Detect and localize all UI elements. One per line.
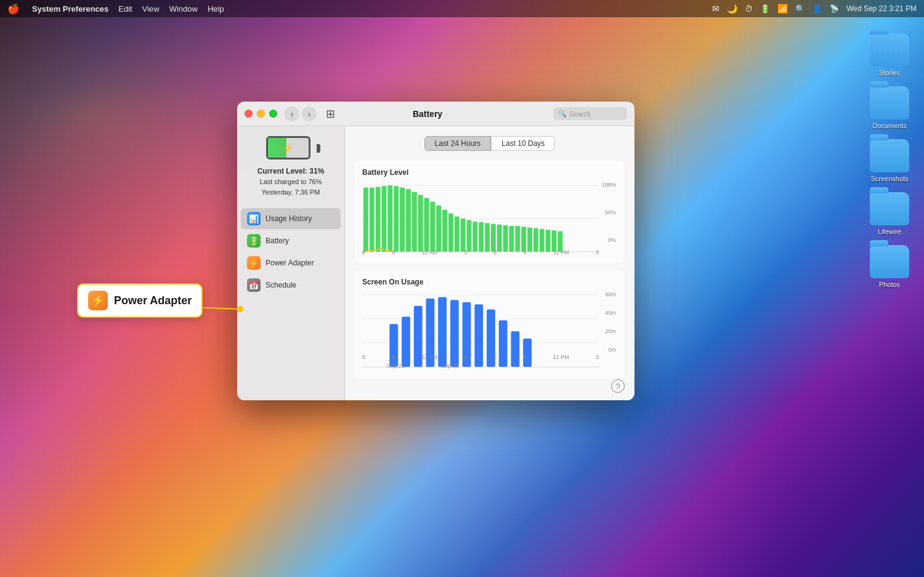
sidebar-item-power-adapter[interactable]: ⚡ Power Adapter: [237, 252, 344, 273]
schedule-label: Schedule: [265, 281, 296, 289]
menu-help[interactable]: Help: [208, 4, 224, 14]
search-icon[interactable]: 🔍: [795, 4, 805, 14]
search-box[interactable]: 🔍 Search: [553, 107, 627, 120]
svg-rect-29: [521, 227, 526, 252]
folder-lifewire[interactable]: Lifewire: [867, 190, 912, 238]
svg-rect-33: [546, 230, 551, 252]
window-title: Battery: [302, 109, 553, 119]
apple-menu[interactable]: 🍎: [7, 3, 20, 15]
x-label-12pm: 12 PM: [553, 249, 569, 256]
folder-lifewire-icon: [870, 192, 909, 225]
date-sep21: Sep 21: [387, 363, 405, 369]
svg-rect-31: [533, 228, 538, 252]
folder-documents-icon: [870, 86, 909, 119]
traffic-lights: [245, 110, 277, 118]
sidebar-item-schedule[interactable]: 📅 Schedule: [237, 275, 344, 296]
svg-rect-15: [436, 205, 441, 252]
time-buttons: Last 24 Hours Last 10 Days: [355, 136, 625, 151]
schedule-icon: 📅: [247, 278, 261, 292]
folder-stories-label: Stories: [879, 69, 900, 76]
svg-rect-16: [442, 210, 447, 252]
battery-current-level: Current Level: 31%: [257, 166, 325, 177]
svg-rect-26: [503, 225, 508, 252]
sidebar-item-battery[interactable]: 🔋 Battery: [237, 230, 344, 251]
menubar-right: ✉ 🌙 ⏱ 🔋 📶 🔍 👤 📡 Wed Sep 22 3:21 PM: [712, 4, 917, 14]
svg-rect-9: [400, 188, 405, 252]
su-x-6: 6: [362, 354, 365, 360]
screen-usage-x-labels: 6 9 12 AM 3 6 9 12 PM 3: [362, 354, 599, 360]
folder-documents-label: Documents: [872, 122, 907, 129]
battery-window: ‹ › ⊞ Battery 🔍 Search ⚡: [237, 102, 634, 400]
svg-rect-32: [540, 229, 545, 252]
battery-level-title: Battery Level: [362, 168, 617, 177]
battery-info: Current Level: 31% Last charged to 76% Y…: [257, 166, 325, 197]
y-label-0: 0%: [608, 237, 616, 243]
window-titlebar: ‹ › ⊞ Battery 🔍 Search: [237, 102, 634, 126]
svg-rect-25: [497, 225, 502, 252]
back-button[interactable]: ‹: [285, 107, 299, 121]
airdrop-icon[interactable]: 📡: [830, 4, 839, 13]
svg-rect-3: [363, 188, 368, 252]
battery-level-chart-area: 100% 50% 0% 6 9 12 AM 3 6 9 12 PM: [362, 182, 617, 256]
mail-icon[interactable]: ✉: [712, 4, 719, 14]
close-button[interactable]: [245, 110, 253, 118]
app-name[interactable]: System Preferences: [32, 4, 108, 14]
svg-rect-27: [509, 226, 514, 252]
su-x-3: 3: [464, 354, 467, 360]
user-icon[interactable]: 👤: [813, 4, 822, 14]
x-label-3a: 3: [464, 249, 467, 256]
screen-usage-date-labels: Sep 21 Sep 22: [362, 363, 599, 369]
folder-screenshots-label: Screenshots: [870, 175, 908, 182]
date-sep22: Sep 22: [442, 363, 460, 369]
window-content: ⚡ Current Level: 31% Last charged to 76%…: [237, 126, 634, 400]
desktop: 🍎 System Preferences Edit View Window He…: [0, 0, 924, 577]
last-10-days-button[interactable]: Last 10 Days: [491, 136, 555, 151]
menubar-left: 🍎 System Preferences Edit View Window He…: [7, 3, 224, 15]
battery-icon: 🔋: [247, 234, 261, 248]
usage-history-label: Usage History: [265, 214, 312, 223]
sidebar-item-usage-history[interactable]: 📊 Usage History: [241, 208, 341, 229]
minimize-button[interactable]: [257, 110, 265, 118]
battery-menu-icon[interactable]: 🔋: [760, 4, 770, 14]
folder-photos[interactable]: Photos: [867, 243, 912, 291]
help-button[interactable]: ?: [611, 379, 625, 393]
svg-rect-8: [394, 186, 399, 252]
svg-rect-41: [389, 324, 398, 367]
battery-level-svg: [362, 182, 617, 256]
svg-rect-17: [448, 214, 453, 252]
svg-rect-19: [461, 219, 466, 252]
x-label-6a: 6: [493, 249, 496, 256]
wifi-icon[interactable]: 📶: [777, 4, 788, 14]
folder-documents[interactable]: Documents: [867, 84, 912, 132]
battery-tip: [317, 144, 320, 153]
svg-rect-30: [527, 227, 532, 252]
y-label-20m: 20m: [605, 328, 616, 334]
clock-icon[interactable]: ⏱: [745, 4, 753, 14]
main-content: Last 24 Hours Last 10 Days Battery Level: [345, 126, 634, 400]
svg-rect-22: [479, 222, 484, 252]
last-24-hours-button[interactable]: Last 24 Hours: [424, 136, 492, 151]
svg-rect-18: [455, 216, 460, 252]
charging-bolt-icon: ⚡: [282, 142, 294, 154]
battery-last-charged-time: Yesterday, 7:36 PM: [257, 187, 325, 198]
folder-screenshots[interactable]: Screenshots: [867, 137, 912, 185]
su-x-9: 9: [392, 354, 395, 360]
y-label-40m: 40m: [605, 310, 616, 316]
folder-screenshots-icon: [870, 139, 909, 172]
svg-rect-12: [418, 195, 423, 252]
svg-rect-24: [491, 224, 496, 252]
menu-view[interactable]: View: [142, 4, 160, 14]
folder-stories[interactable]: Stories: [867, 31, 912, 79]
menu-window[interactable]: Window: [169, 4, 198, 14]
power-adapter-label: Power Adapter: [265, 259, 314, 267]
svg-rect-20: [467, 220, 472, 252]
moon-icon[interactable]: 🌙: [727, 4, 737, 14]
svg-rect-28: [515, 226, 520, 252]
su-x-9b: 9: [524, 354, 527, 360]
menu-edit[interactable]: Edit: [118, 4, 132, 14]
su-x-12am: 12 AM: [421, 354, 437, 360]
tooltip-power-adapter-icon: ⚡: [88, 291, 108, 310]
su-x-3b: 3: [596, 354, 599, 360]
power-adapter-tooltip: ⚡ Power Adapter: [77, 283, 203, 318]
maximize-button[interactable]: [269, 110, 277, 118]
